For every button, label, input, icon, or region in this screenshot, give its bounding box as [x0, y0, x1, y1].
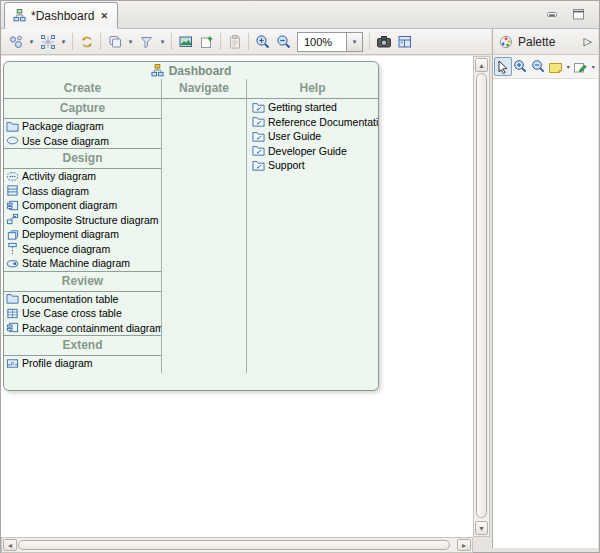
help-item-support[interactable]: Support — [247, 158, 378, 173]
sticky-note-dropdown[interactable]: ▾ — [565, 63, 572, 70]
maximize-icon[interactable] — [572, 8, 585, 20]
item-state-machine-diagram[interactable]: State Machine diagram — [4, 256, 161, 271]
horizontal-scrollbar[interactable]: ◂ ▸ — [1, 537, 473, 553]
help-item-user-guide[interactable]: User Guide — [247, 129, 378, 144]
arrange-button[interactable] — [37, 31, 58, 53]
create-column-header: Create — [4, 79, 161, 99]
create-column: Create Capture Package diagram Use Case … — [4, 79, 162, 373]
svg-text:«P»: «P» — [7, 360, 17, 366]
zoom-level-combo: ▾ — [297, 32, 363, 52]
screenshot-button[interactable] — [373, 31, 394, 53]
add-element-dropdown[interactable]: ▾ — [26, 31, 37, 53]
sync-button[interactable] — [76, 31, 97, 53]
toolbar-separator — [369, 33, 370, 50]
item-documentation-table[interactable]: Documentation table — [4, 292, 161, 307]
zoom-out-icon — [276, 34, 292, 50]
toolbar-separator — [100, 33, 101, 50]
close-icon[interactable]: ✕ — [99, 11, 109, 21]
scroll-right-arrow[interactable]: ▸ — [457, 539, 471, 551]
help-column-header: Help — [247, 79, 378, 99]
add-note-button[interactable] — [196, 31, 217, 53]
arrange-elements-icon — [40, 34, 56, 50]
scroll-down-arrow[interactable]: ▾ — [475, 521, 488, 535]
item-package-containment-diagram[interactable]: Package containment diagram — [4, 321, 161, 336]
help-item-reference-documentation[interactable]: Reference Documentation — [247, 115, 378, 130]
dashboard-icon — [151, 64, 164, 77]
state-machine-diagram-icon — [6, 257, 19, 270]
zoom-in-icon — [255, 34, 271, 50]
filters-button[interactable] — [136, 31, 157, 53]
sequence-diagram-icon — [6, 242, 19, 255]
use-case-cross-table-icon — [6, 307, 19, 320]
vertical-scrollbar[interactable]: ▴ ▾ — [473, 56, 490, 537]
item-sequence-diagram[interactable]: Sequence diagram — [4, 242, 161, 257]
shapes-dropdown[interactable]: ▾ — [125, 31, 136, 53]
shapes-button[interactable] — [104, 31, 125, 53]
item-label: Activity diagram — [22, 170, 96, 182]
zoom-level-input[interactable] — [297, 32, 346, 52]
item-use-case-diagram[interactable]: Use Case diagram — [4, 134, 161, 149]
help-item-developer-guide[interactable]: Developer Guide — [247, 144, 378, 159]
overview-button[interactable] — [394, 31, 415, 53]
window-controls — [546, 8, 585, 20]
editor-window: *Dashboard ✕ ▾ — [0, 0, 600, 553]
select-tool[interactable] — [494, 57, 512, 76]
component-diagram-icon — [6, 199, 19, 212]
item-label: Use Case diagram — [22, 135, 109, 147]
help-link-icon — [252, 115, 265, 128]
item-profile-diagram[interactable]: «P» Profile diagram — [4, 356, 161, 371]
tab-bar: *Dashboard ✕ — [1, 1, 599, 29]
help-link-icon — [252, 144, 265, 157]
expand-right-arrow-icon[interactable]: ▷ — [584, 35, 592, 48]
palette-zoom-in-tool[interactable] — [512, 57, 530, 76]
documentation-table-icon — [6, 292, 19, 305]
use-case-diagram-icon — [6, 134, 19, 147]
link-note-dropdown[interactable]: ▾ — [590, 63, 597, 70]
zoom-in-button[interactable] — [252, 31, 273, 53]
item-label: Package diagram — [22, 120, 104, 132]
item-label: User Guide — [268, 130, 321, 142]
add-element-button[interactable] — [5, 31, 26, 53]
dashboard-title-row: Dashboard — [4, 62, 378, 79]
palette-icon — [499, 35, 513, 49]
horizontal-scrollbar-thumb[interactable] — [18, 540, 450, 550]
navigate-column-header: Navigate — [162, 79, 246, 99]
tab-dashboard[interactable]: *Dashboard ✕ — [4, 2, 118, 29]
item-use-case-cross-table[interactable]: Use Case cross table — [4, 306, 161, 321]
sticky-note-tool[interactable] — [547, 57, 565, 76]
filters-dropdown[interactable]: ▾ — [157, 31, 168, 53]
zoom-out-button[interactable] — [273, 31, 294, 53]
item-class-diagram[interactable]: Class diagram — [4, 184, 161, 199]
package-containment-diagram-icon — [6, 321, 19, 334]
navigate-column: Navigate — [162, 79, 247, 373]
item-label: Class diagram — [22, 185, 89, 197]
item-composite-structure-diagram[interactable]: Composite Structure diagram — [4, 213, 161, 228]
palette-header[interactable]: Palette ▷ — [493, 29, 598, 55]
insert-image-button[interactable] — [175, 31, 196, 53]
scroll-up-arrow[interactable]: ▴ — [475, 58, 488, 72]
item-label: State Machine diagram — [22, 257, 130, 269]
screenshot-icon — [376, 34, 392, 50]
link-note-tool[interactable] — [572, 57, 590, 76]
zoom-level-dropdown[interactable]: ▾ — [346, 32, 363, 52]
diagram-tab-icon — [13, 9, 26, 22]
item-activity-diagram[interactable]: Activity diagram — [4, 169, 161, 184]
arrange-dropdown[interactable]: ▾ — [58, 31, 69, 53]
dashboard-widget: Dashboard Create Capture Package diagram — [3, 61, 379, 391]
item-label: Support — [268, 159, 305, 171]
scroll-left-arrow[interactable]: ◂ — [3, 539, 17, 551]
item-deployment-diagram[interactable]: Deployment diagram — [4, 227, 161, 242]
minimize-icon[interactable] — [546, 9, 559, 20]
item-package-diagram[interactable]: Package diagram — [4, 119, 161, 134]
item-label: Profile diagram — [22, 357, 93, 369]
help-item-getting-started[interactable]: Getting started — [247, 100, 378, 115]
vertical-scrollbar-thumb[interactable] — [476, 73, 487, 518]
item-label: Reference Documentation — [268, 116, 378, 128]
palette-tools: ▾ ▾ — [493, 55, 598, 79]
profile-diagram-icon: «P» — [6, 357, 19, 370]
toolbar-separator — [220, 33, 221, 50]
palette-zoom-out-tool[interactable] — [529, 57, 547, 76]
item-component-diagram[interactable]: Component diagram — [4, 198, 161, 213]
diagram-canvas[interactable]: Dashboard Create Capture Package diagram — [1, 56, 473, 537]
paste-button[interactable] — [224, 31, 245, 53]
